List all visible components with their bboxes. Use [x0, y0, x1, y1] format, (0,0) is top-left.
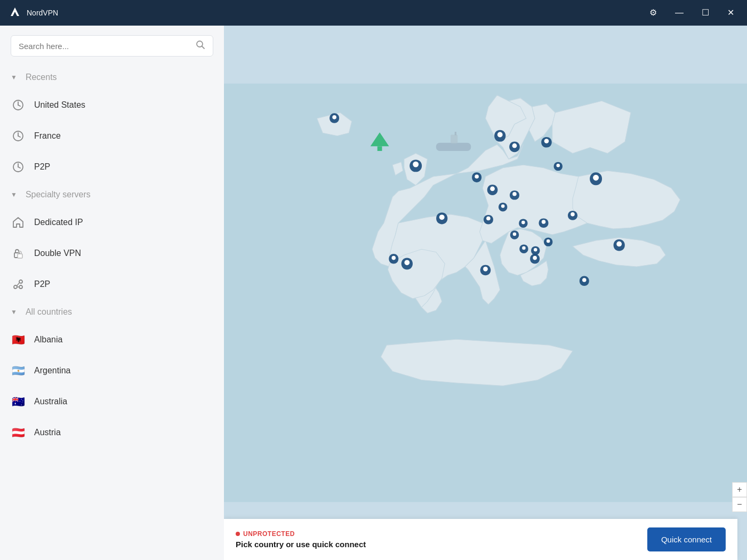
map-pin	[554, 162, 563, 171]
svg-line-16	[17, 283, 20, 286]
svg-point-13	[14, 285, 17, 289]
svg-point-42	[593, 175, 599, 181]
map-pin	[539, 218, 549, 227]
double-lock-icon	[11, 246, 26, 261]
svg-point-15	[19, 285, 22, 289]
svg-rect-46	[377, 146, 382, 151]
settings-button[interactable]: ⚙	[645, 6, 661, 19]
svg-point-25	[439, 214, 445, 220]
argentina-flag: 🇦🇷	[11, 363, 26, 378]
svg-point-32	[521, 221, 525, 225]
argentina-item[interactable]: 🇦🇷 Argentina	[0, 355, 224, 386]
svg-point-22	[512, 143, 517, 148]
search-icon	[196, 40, 205, 52]
status-bar: UNPROTECTED Pick country or use quick co…	[224, 519, 737, 560]
app-body: ▼ Recents United States	[0, 26, 747, 560]
map-controls: + −	[732, 482, 747, 512]
map-pin	[409, 159, 422, 172]
recents-label: Recents	[26, 73, 57, 82]
map-pin	[499, 203, 507, 211]
recents-chevron-icon: ▼	[11, 74, 17, 81]
svg-line-1	[202, 46, 205, 49]
australia-item[interactable]: 🇦🇺 Australia	[0, 386, 224, 417]
country-label: United States	[34, 100, 85, 110]
status-subtitle: Pick country or use quick connect	[236, 540, 366, 549]
map-pin	[541, 137, 552, 148]
svg-point-26	[404, 260, 409, 265]
svg-point-35	[547, 239, 550, 243]
svg-rect-48	[451, 135, 457, 143]
minimize-button[interactable]: —	[671, 6, 688, 19]
title-bar: NordVPN ⚙ — ☐ ✕	[0, 0, 747, 26]
close-button[interactable]: ✕	[723, 6, 738, 19]
map-pin	[401, 258, 413, 270]
map-pin	[487, 185, 498, 195]
europe-map	[224, 26, 747, 560]
sidebar: ▼ Recents United States	[0, 26, 224, 560]
sidebar-list: ▼ Recents United States	[0, 63, 224, 560]
nordvpn-logo-icon	[9, 6, 21, 19]
specialty-chevron-icon: ▼	[11, 191, 17, 198]
svg-point-28	[486, 217, 491, 221]
double-vpn-item[interactable]: Double VPN	[0, 238, 224, 269]
title-bar-controls: ⚙ — ☐ ✕	[645, 6, 738, 19]
austria-label: Austria	[34, 428, 61, 437]
home-icon	[11, 215, 26, 230]
map-pin	[544, 237, 552, 246]
specialty-label: Specialty servers	[26, 190, 91, 199]
map-pin	[480, 265, 491, 276]
list-item[interactable]: P2P	[0, 151, 224, 182]
svg-point-36	[616, 242, 622, 247]
all-countries-header[interactable]: ▼ All countries	[0, 300, 224, 324]
search-input[interactable]	[19, 42, 191, 51]
map-pin	[580, 276, 589, 286]
albania-label: Albania	[34, 335, 62, 345]
albania-flag: 🇦🇱	[11, 332, 26, 347]
quick-connect-button[interactable]: Quick connect	[647, 527, 726, 551]
svg-point-43	[332, 115, 336, 119]
zoom-out-button[interactable]: −	[732, 497, 747, 512]
app-title: NordVPN	[27, 9, 58, 17]
clock-icon	[11, 159, 26, 174]
recents-section-header[interactable]: ▼ Recents	[0, 65, 224, 90]
svg-point-30	[501, 204, 505, 208]
all-countries-label: All countries	[26, 307, 72, 317]
map-pin	[330, 113, 339, 123]
map-pin	[519, 245, 528, 253]
status-text-wrap: UNPROTECTED Pick country or use quick co…	[236, 530, 366, 549]
austria-flag: 🇦🇹	[11, 425, 26, 440]
map-pin	[389, 254, 398, 264]
maximize-button[interactable]: ☐	[697, 6, 713, 19]
dedicated-ip-item[interactable]: Dedicated IP	[0, 207, 224, 238]
svg-point-38	[556, 164, 560, 167]
map-pin	[510, 190, 519, 199]
map-pin	[568, 211, 577, 220]
list-item[interactable]: France	[0, 121, 224, 151]
clock-icon	[11, 129, 26, 143]
svg-rect-12	[18, 254, 22, 258]
country-label: France	[34, 131, 61, 141]
all-countries-chevron-icon: ▼	[11, 308, 17, 316]
svg-point-19	[413, 162, 419, 167]
map-pin	[531, 246, 540, 255]
austria-item[interactable]: 🇦🇹 Austria	[0, 417, 224, 448]
title-bar-left: NordVPN	[9, 6, 58, 19]
svg-point-33	[513, 233, 517, 236]
albania-item[interactable]: 🇦🇱 Albania	[0, 324, 224, 355]
svg-point-27	[483, 267, 488, 271]
specialty-servers-header[interactable]: ▼ Specialty servers	[0, 182, 224, 207]
svg-point-21	[475, 174, 479, 179]
p2p-label: P2P	[34, 279, 50, 289]
svg-point-37	[571, 212, 575, 217]
country-label: P2P	[34, 162, 50, 172]
map-pin	[519, 219, 527, 228]
map-pin	[484, 215, 493, 224]
map-area: UNPROTECTED Pick country or use quick co…	[224, 26, 747, 560]
zoom-in-button[interactable]: +	[732, 482, 747, 497]
svg-point-14	[19, 280, 22, 283]
australia-flag: 🇦🇺	[11, 394, 26, 409]
svg-point-23	[497, 132, 503, 138]
search-box[interactable]	[11, 35, 213, 57]
p2p-item[interactable]: P2P	[0, 269, 224, 300]
list-item[interactable]: United States	[0, 90, 224, 121]
